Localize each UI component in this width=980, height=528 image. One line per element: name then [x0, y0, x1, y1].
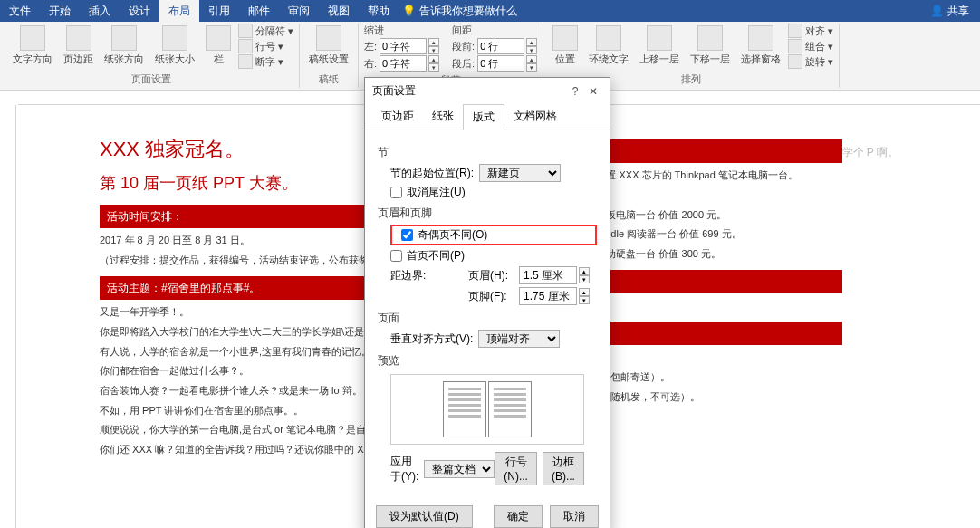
spin-down[interactable]: ▾ [579, 275, 590, 283]
first-page-label: 首页不同(P) [407, 248, 465, 264]
suppress-endnotes-checkbox[interactable] [390, 187, 402, 198]
menu-mailings[interactable]: 邮件 [239, 0, 279, 23]
spacing-before-label: 段前: [452, 40, 475, 53]
preview-page-icon [443, 381, 486, 437]
line-numbers-button[interactable]: 行号 ▾ [238, 39, 293, 53]
share-button[interactable]: 👤 共享 [919, 0, 980, 23]
dialog-tabs: 页边距 纸张 版式 文档网格 [365, 104, 610, 130]
align-label: 对齐 [805, 24, 825, 38]
tab-grid[interactable]: 文档网格 [504, 104, 566, 130]
hyphenation-button[interactable]: 断字 ▾ [238, 54, 293, 69]
send-backward-button[interactable]: 下移一层 [687, 24, 734, 68]
spin-up[interactable]: ▴ [579, 288, 590, 296]
send-backward-icon [697, 25, 723, 51]
first-page-checkbox[interactable] [390, 250, 402, 262]
manuscript-button[interactable]: 稿纸设置 [305, 24, 352, 68]
line-numbers-label: 行号 [255, 40, 275, 53]
cancel-button[interactable]: 取消 [550, 505, 599, 528]
borders-dialog-button[interactable]: 边框(B)... [543, 452, 584, 485]
indent-left-input[interactable] [380, 38, 427, 54]
position-icon [552, 25, 578, 51]
margins-button[interactable]: 页边距 [60, 24, 97, 68]
orientation-icon [111, 25, 137, 51]
close-button[interactable]: ✕ [584, 85, 602, 98]
wrap-text-button[interactable]: 环绕文字 [585, 24, 632, 68]
menu-layout[interactable]: 布局 [159, 0, 199, 23]
help-button[interactable]: ? [566, 85, 584, 98]
spin-down[interactable]: ▾ [579, 296, 590, 304]
ribbon-group-manuscript: 稿纸设置 稿纸 [300, 24, 359, 88]
spin-up[interactable]: ▴ [526, 55, 537, 63]
footer-input[interactable] [519, 287, 577, 305]
tell-me[interactable]: 💡 告诉我你想要做什么 [402, 4, 517, 19]
bring-forward-button[interactable]: 上移一层 [636, 24, 683, 68]
spin-down[interactable]: ▾ [526, 63, 537, 72]
selection-pane-label: 选择窗格 [741, 53, 781, 66]
columns-icon [206, 25, 231, 51]
spacing-before-input[interactable] [477, 38, 524, 54]
rotate-button[interactable]: 旋转 ▾ [788, 54, 833, 69]
menu-view[interactable]: 视图 [319, 0, 359, 23]
header-input[interactable] [519, 266, 577, 284]
selection-pane-button[interactable]: 选择窗格 [737, 24, 784, 68]
vertical-ruler[interactable] [2, 105, 16, 528]
spin-up[interactable]: ▴ [579, 267, 590, 275]
size-button[interactable]: 纸张大小 [151, 24, 198, 68]
red-bar [571, 322, 842, 345]
text-direction-button[interactable]: 文字方向 [9, 24, 56, 68]
line-numbers-icon [238, 39, 253, 53]
spin-up[interactable]: ▴ [428, 38, 439, 46]
menu-insert[interactable]: 插入 [80, 0, 120, 23]
indent-right-input[interactable] [380, 55, 427, 72]
margins-label: 页边距 [63, 53, 93, 66]
hyphenation-label: 断字 [255, 55, 275, 69]
tab-layout[interactable]: 版式 [463, 104, 504, 130]
footer-label: 页脚(F): [468, 289, 514, 304]
menu-home[interactable]: 开始 [40, 0, 80, 23]
group-label: 组合 [805, 40, 825, 53]
tab-margins[interactable]: 页边距 [372, 104, 423, 130]
menu-design[interactable]: 设计 [120, 0, 159, 23]
wrap-text-label: 环绕文字 [589, 53, 629, 66]
align-icon [788, 24, 802, 38]
spacing-after-input[interactable] [477, 55, 524, 72]
line-numbers-dialog-button[interactable]: 行号(N)... [495, 452, 537, 485]
spin-up[interactable]: ▴ [428, 55, 439, 63]
ok-button[interactable]: 确定 [494, 505, 543, 528]
spin-up[interactable]: ▴ [526, 38, 537, 46]
menu-references[interactable]: 引用 [199, 0, 239, 23]
valign-select[interactable]: 顶端对齐 [478, 330, 560, 348]
breaks-button[interactable]: 分隔符 ▾ [238, 24, 293, 38]
breaks-icon [238, 24, 253, 38]
align-button[interactable]: 对齐 ▾ [788, 24, 833, 38]
menu-review[interactable]: 审阅 [279, 0, 319, 23]
spin-down[interactable]: ▾ [428, 63, 439, 72]
spin-down[interactable]: ▾ [428, 46, 439, 54]
spin-down[interactable]: ▾ [526, 46, 537, 54]
odd-even-checkbox[interactable] [401, 229, 413, 241]
set-default-button[interactable]: 设为默认值(D) [376, 505, 473, 528]
apply-to-select[interactable]: 整篇文档 [424, 460, 495, 478]
orientation-button[interactable]: 纸张方向 [101, 24, 148, 68]
menu-file[interactable]: 文件 [0, 0, 40, 23]
breaks-label: 分隔符 [255, 24, 285, 38]
tab-paper[interactable]: 纸张 [423, 104, 463, 130]
menu-help[interactable]: 帮助 [359, 0, 399, 23]
section-start-select[interactable]: 新建页 [479, 164, 561, 182]
position-button[interactable]: 位置 [549, 24, 581, 68]
group-button[interactable]: 组合 ▾ [788, 39, 833, 53]
send-backward-label: 下移一层 [690, 53, 730, 66]
dialog-titlebar[interactable]: 页面设置 ? ✕ [365, 78, 610, 104]
position-label: 位置 [555, 53, 575, 66]
doc-text: 附书单（随机发，不可选）。 [571, 389, 842, 406]
text-direction-icon [20, 25, 45, 51]
dialog-title: 页面设置 [372, 83, 566, 99]
wrap-text-icon [596, 25, 621, 51]
doc-text: 证书+配置 XXX 芯片的 Thinkpad 笔记本电脑一台。 [571, 167, 842, 184]
columns-button[interactable]: 栏 [202, 24, 235, 68]
text-direction-label: 文字方向 [13, 53, 53, 66]
margins-icon [66, 25, 91, 51]
red-bar [571, 270, 842, 293]
from-edge-label: 距边界: [390, 268, 463, 283]
manuscript-icon [316, 25, 341, 51]
